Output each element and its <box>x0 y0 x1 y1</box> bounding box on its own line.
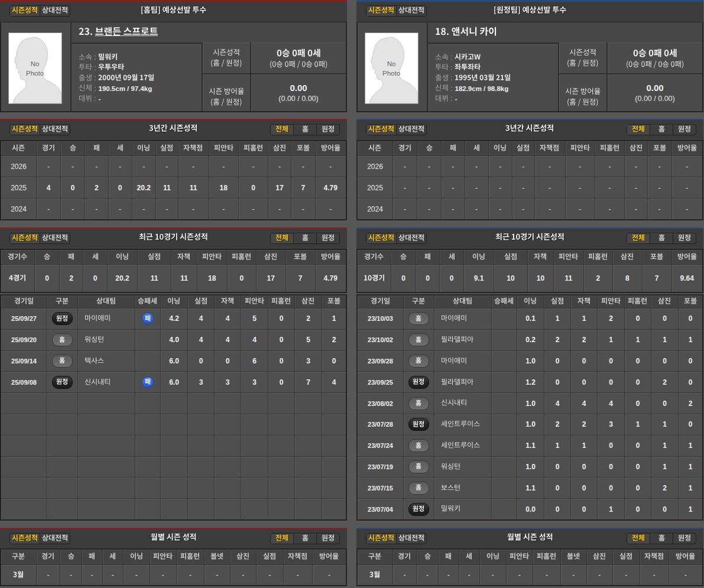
svg-text:Photo: Photo <box>382 70 400 77</box>
svg-text:Photo: Photo <box>26 70 44 77</box>
svg-text:No: No <box>31 60 40 67</box>
svg-text:No: No <box>387 60 396 67</box>
